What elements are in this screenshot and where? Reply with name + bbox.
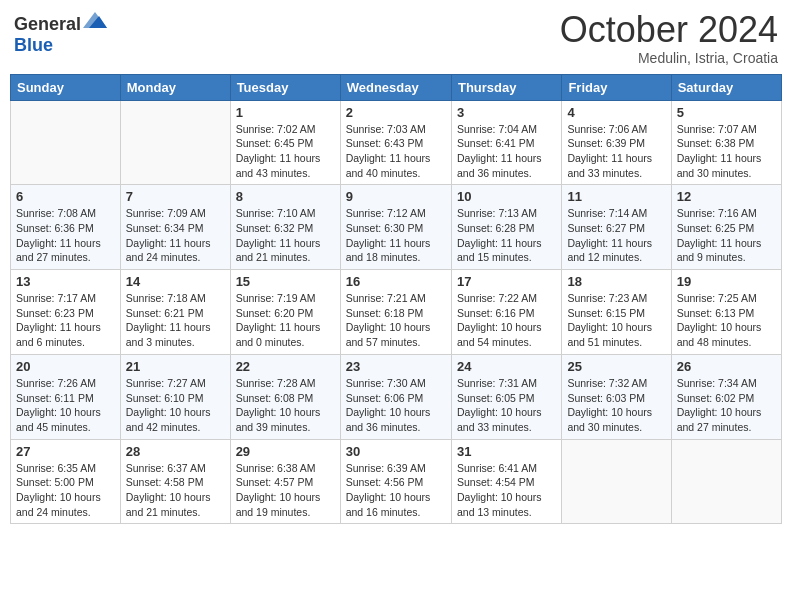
calendar-cell: 23 Sunrise: 7:30 AM Sunset: 6:06 PM Dayl… xyxy=(340,354,451,439)
sunrise-text: Sunrise: 7:17 AM xyxy=(16,292,96,304)
sunrise-text: Sunrise: 6:39 AM xyxy=(346,462,426,474)
calendar-cell: 2 Sunrise: 7:03 AM Sunset: 6:43 PM Dayli… xyxy=(340,100,451,185)
day-number: 16 xyxy=(346,274,446,289)
sunset-text: Sunset: 6:45 PM xyxy=(236,137,314,149)
day-info: Sunrise: 7:07 AM Sunset: 6:38 PM Dayligh… xyxy=(677,122,776,181)
daylight-text: Daylight: 11 hours and 27 minutes. xyxy=(16,237,101,264)
day-info: Sunrise: 6:37 AM Sunset: 4:58 PM Dayligh… xyxy=(126,461,225,520)
calendar-cell: 14 Sunrise: 7:18 AM Sunset: 6:21 PM Dayl… xyxy=(120,270,230,355)
day-number: 9 xyxy=(346,189,446,204)
day-number: 12 xyxy=(677,189,776,204)
daylight-text: Daylight: 10 hours and 36 minutes. xyxy=(346,406,431,433)
calendar-cell: 6 Sunrise: 7:08 AM Sunset: 6:36 PM Dayli… xyxy=(11,185,121,270)
day-number: 11 xyxy=(567,189,665,204)
day-number: 31 xyxy=(457,444,556,459)
calendar-cell xyxy=(11,100,121,185)
calendar-cell: 5 Sunrise: 7:07 AM Sunset: 6:38 PM Dayli… xyxy=(671,100,781,185)
sunrise-text: Sunrise: 7:21 AM xyxy=(346,292,426,304)
sunrise-text: Sunrise: 6:35 AM xyxy=(16,462,96,474)
day-number: 19 xyxy=(677,274,776,289)
sunset-text: Sunset: 6:38 PM xyxy=(677,137,755,149)
day-info: Sunrise: 7:12 AM Sunset: 6:30 PM Dayligh… xyxy=(346,206,446,265)
day-info: Sunrise: 6:38 AM Sunset: 4:57 PM Dayligh… xyxy=(236,461,335,520)
calendar-cell: 25 Sunrise: 7:32 AM Sunset: 6:03 PM Dayl… xyxy=(562,354,671,439)
calendar-week-row: 1 Sunrise: 7:02 AM Sunset: 6:45 PM Dayli… xyxy=(11,100,782,185)
daylight-text: Daylight: 10 hours and 45 minutes. xyxy=(16,406,101,433)
calendar-header-row: Sunday Monday Tuesday Wednesday Thursday… xyxy=(11,74,782,100)
calendar-week-row: 27 Sunrise: 6:35 AM Sunset: 5:00 PM Dayl… xyxy=(11,439,782,524)
calendar-table: Sunday Monday Tuesday Wednesday Thursday… xyxy=(10,74,782,525)
calendar-cell: 21 Sunrise: 7:27 AM Sunset: 6:10 PM Dayl… xyxy=(120,354,230,439)
title-area: October 2024 Medulin, Istria, Croatia xyxy=(560,10,778,66)
daylight-text: Daylight: 11 hours and 21 minutes. xyxy=(236,237,321,264)
calendar-cell: 8 Sunrise: 7:10 AM Sunset: 6:32 PM Dayli… xyxy=(230,185,340,270)
calendar-cell: 18 Sunrise: 7:23 AM Sunset: 6:15 PM Dayl… xyxy=(562,270,671,355)
sunset-text: Sunset: 6:06 PM xyxy=(346,392,424,404)
daylight-text: Daylight: 10 hours and 48 minutes. xyxy=(677,321,762,348)
daylight-text: Daylight: 10 hours and 39 minutes. xyxy=(236,406,321,433)
sunset-text: Sunset: 6:21 PM xyxy=(126,307,204,319)
sunset-text: Sunset: 6:41 PM xyxy=(457,137,535,149)
calendar-cell: 12 Sunrise: 7:16 AM Sunset: 6:25 PM Dayl… xyxy=(671,185,781,270)
day-number: 8 xyxy=(236,189,335,204)
col-monday: Monday xyxy=(120,74,230,100)
sunrise-text: Sunrise: 7:22 AM xyxy=(457,292,537,304)
sunset-text: Sunset: 5:00 PM xyxy=(16,476,94,488)
calendar-week-row: 20 Sunrise: 7:26 AM Sunset: 6:11 PM Dayl… xyxy=(11,354,782,439)
sunrise-text: Sunrise: 7:30 AM xyxy=(346,377,426,389)
calendar-cell: 17 Sunrise: 7:22 AM Sunset: 6:16 PM Dayl… xyxy=(451,270,561,355)
daylight-text: Daylight: 11 hours and 9 minutes. xyxy=(677,237,762,264)
day-info: Sunrise: 6:35 AM Sunset: 5:00 PM Dayligh… xyxy=(16,461,115,520)
sunset-text: Sunset: 6:28 PM xyxy=(457,222,535,234)
day-info: Sunrise: 7:04 AM Sunset: 6:41 PM Dayligh… xyxy=(457,122,556,181)
logo-icon xyxy=(83,10,107,30)
day-info: Sunrise: 7:32 AM Sunset: 6:03 PM Dayligh… xyxy=(567,376,665,435)
day-number: 20 xyxy=(16,359,115,374)
col-sunday: Sunday xyxy=(11,74,121,100)
calendar-cell: 9 Sunrise: 7:12 AM Sunset: 6:30 PM Dayli… xyxy=(340,185,451,270)
sunrise-text: Sunrise: 7:18 AM xyxy=(126,292,206,304)
day-info: Sunrise: 7:13 AM Sunset: 6:28 PM Dayligh… xyxy=(457,206,556,265)
day-info: Sunrise: 6:39 AM Sunset: 4:56 PM Dayligh… xyxy=(346,461,446,520)
sunrise-text: Sunrise: 7:25 AM xyxy=(677,292,757,304)
calendar-cell: 16 Sunrise: 7:21 AM Sunset: 6:18 PM Dayl… xyxy=(340,270,451,355)
sunset-text: Sunset: 4:56 PM xyxy=(346,476,424,488)
day-number: 2 xyxy=(346,105,446,120)
sunrise-text: Sunrise: 7:28 AM xyxy=(236,377,316,389)
daylight-text: Daylight: 10 hours and 24 minutes. xyxy=(16,491,101,518)
calendar-cell xyxy=(671,439,781,524)
location-subtitle: Medulin, Istria, Croatia xyxy=(560,50,778,66)
day-number: 18 xyxy=(567,274,665,289)
sunrise-text: Sunrise: 7:16 AM xyxy=(677,207,757,219)
sunrise-text: Sunrise: 6:37 AM xyxy=(126,462,206,474)
day-number: 10 xyxy=(457,189,556,204)
sunset-text: Sunset: 6:20 PM xyxy=(236,307,314,319)
day-info: Sunrise: 7:25 AM Sunset: 6:13 PM Dayligh… xyxy=(677,291,776,350)
daylight-text: Daylight: 11 hours and 30 minutes. xyxy=(677,152,762,179)
calendar-cell: 31 Sunrise: 6:41 AM Sunset: 4:54 PM Dayl… xyxy=(451,439,561,524)
daylight-text: Daylight: 11 hours and 36 minutes. xyxy=(457,152,542,179)
daylight-text: Daylight: 11 hours and 43 minutes. xyxy=(236,152,321,179)
calendar-cell: 27 Sunrise: 6:35 AM Sunset: 5:00 PM Dayl… xyxy=(11,439,121,524)
sunset-text: Sunset: 6:05 PM xyxy=(457,392,535,404)
daylight-text: Daylight: 11 hours and 3 minutes. xyxy=(126,321,211,348)
daylight-text: Daylight: 10 hours and 16 minutes. xyxy=(346,491,431,518)
sunrise-text: Sunrise: 7:02 AM xyxy=(236,123,316,135)
col-thursday: Thursday xyxy=(451,74,561,100)
daylight-text: Daylight: 11 hours and 40 minutes. xyxy=(346,152,431,179)
daylight-text: Daylight: 11 hours and 33 minutes. xyxy=(567,152,652,179)
calendar-cell: 1 Sunrise: 7:02 AM Sunset: 6:45 PM Dayli… xyxy=(230,100,340,185)
calendar-cell: 3 Sunrise: 7:04 AM Sunset: 6:41 PM Dayli… xyxy=(451,100,561,185)
logo: General Blue xyxy=(14,10,107,56)
sunrise-text: Sunrise: 7:08 AM xyxy=(16,207,96,219)
daylight-text: Daylight: 10 hours and 33 minutes. xyxy=(457,406,542,433)
day-info: Sunrise: 7:16 AM Sunset: 6:25 PM Dayligh… xyxy=(677,206,776,265)
daylight-text: Daylight: 11 hours and 15 minutes. xyxy=(457,237,542,264)
calendar-cell: 13 Sunrise: 7:17 AM Sunset: 6:23 PM Dayl… xyxy=(11,270,121,355)
sunset-text: Sunset: 4:54 PM xyxy=(457,476,535,488)
day-info: Sunrise: 7:10 AM Sunset: 6:32 PM Dayligh… xyxy=(236,206,335,265)
logo-general: General xyxy=(14,14,81,34)
daylight-text: Daylight: 10 hours and 54 minutes. xyxy=(457,321,542,348)
sunset-text: Sunset: 6:34 PM xyxy=(126,222,204,234)
day-number: 13 xyxy=(16,274,115,289)
